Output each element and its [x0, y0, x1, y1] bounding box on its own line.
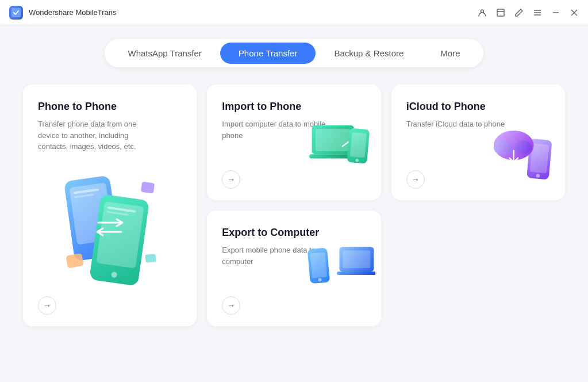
card-icloud-arrow[interactable]: → [406, 170, 425, 189]
card-icloud-to-phone[interactable]: iCloud to Phone Transfer iCloud data to … [391, 85, 565, 200]
titlebar: Wondershare MobileTrans [0, 0, 588, 25]
svg-rect-36 [310, 252, 326, 278]
card-import-to-phone[interactable]: Import to Phone Import computer data to … [207, 85, 381, 200]
svg-rect-40 [337, 272, 375, 275]
card-phone-to-phone-arrow[interactable]: → [38, 296, 56, 315]
svg-rect-22 [145, 254, 156, 263]
svg-rect-24 [316, 129, 351, 151]
svg-point-33 [494, 140, 513, 155]
export-illustration [306, 240, 375, 303]
titlebar-controls [478, 8, 579, 17]
svg-rect-27 [349, 132, 366, 158]
tab-more[interactable]: More [422, 43, 478, 64]
edit-icon[interactable] [514, 8, 524, 17]
phone-to-phone-illustration [52, 165, 167, 292]
window-icon[interactable] [496, 8, 505, 17]
svg-rect-2 [497, 9, 504, 16]
tab-phone-transfer[interactable]: Phone Transfer [220, 43, 316, 64]
tab-navigation: WhatsApp Transfer Phone Transfer Backup … [105, 39, 483, 67]
card-icloud-title: iCloud to Phone [406, 101, 550, 113]
card-import-arrow[interactable]: → [222, 170, 240, 189]
tab-whatsapp-transfer[interactable]: WhatsApp Transfer [109, 43, 220, 64]
card-phone-to-phone[interactable]: Phone to Phone Transfer phone data from … [23, 85, 197, 326]
titlebar-left: Wondershare MobileTrans [9, 6, 116, 20]
import-illustration [306, 117, 375, 181]
cards-grid: Phone to Phone Transfer phone data from … [23, 85, 565, 326]
main-content: WhatsApp Transfer Phone Transfer Backup … [0, 25, 588, 382]
app-icon [9, 6, 23, 20]
app-title: Wondershare MobileTrans [29, 8, 116, 17]
icloud-illustration [490, 117, 559, 181]
tab-backup-restore[interactable]: Backup & Restore [316, 43, 422, 64]
svg-point-34 [515, 140, 532, 154]
svg-rect-39 [343, 250, 370, 268]
close-icon[interactable] [570, 8, 579, 17]
card-phone-to-phone-desc: Transfer phone data from one device to a… [38, 119, 153, 152]
card-export-to-computer[interactable]: Export to Computer Export mobile phone d… [207, 211, 381, 326]
menu-icon[interactable] [533, 8, 542, 17]
svg-rect-21 [141, 182, 155, 194]
minimize-icon[interactable] [551, 8, 560, 17]
card-export-title: Export to Computer [222, 227, 366, 239]
svg-rect-20 [66, 253, 83, 269]
card-phone-to-phone-title: Phone to Phone [38, 101, 182, 113]
card-export-arrow[interactable]: → [222, 296, 240, 315]
svg-rect-0 [11, 8, 21, 17]
card-import-title: Import to Phone [222, 101, 366, 113]
profile-icon[interactable] [478, 8, 487, 17]
